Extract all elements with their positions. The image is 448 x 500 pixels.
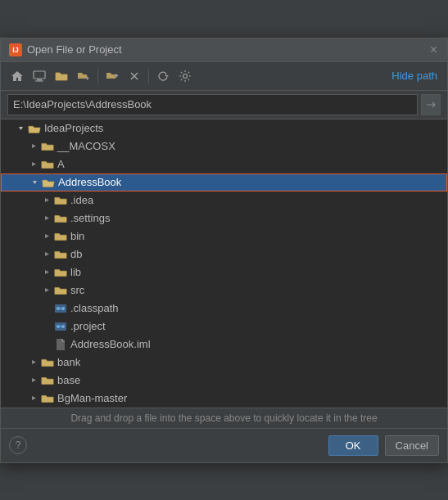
- tree-expand-arrow[interactable]: [40, 250, 53, 258]
- folder-icon: [53, 249, 68, 260]
- tree-expand-arrow[interactable]: [27, 376, 40, 384]
- svg-point-4: [183, 74, 188, 78]
- folder-icon: [41, 177, 56, 188]
- tree-item-label: BgMan-master: [57, 392, 127, 404]
- tree-item[interactable]: AddressBook: [1, 173, 447, 191]
- tree-item[interactable]: base: [1, 372, 447, 390]
- tree-item-label: .project: [70, 320, 106, 332]
- folder-icon: [27, 123, 42, 134]
- tree-item-label: IdeaProjects: [44, 122, 103, 134]
- tree-item-label: AddressBook.iml: [70, 338, 151, 350]
- bottom-bar: ? OK Cancel: [1, 428, 447, 462]
- settings-button[interactable]: [175, 66, 195, 86]
- path-bar: [1, 91, 447, 119]
- title-bar: IJ Open File or Project ×: [1, 38, 447, 62]
- folder-icon: [53, 213, 68, 224]
- tree-expand-arrow[interactable]: [40, 232, 53, 240]
- svg-rect-2: [35, 80, 43, 81]
- folder-icon: [40, 141, 55, 152]
- tree-expand-arrow[interactable]: [40, 286, 53, 294]
- tree-item-label: .classpath: [70, 302, 119, 314]
- tree-expand-arrow[interactable]: [40, 196, 53, 204]
- tree-item[interactable]: src: [1, 282, 447, 300]
- svg-text:+: +: [85, 74, 89, 82]
- toolbar-separator-2: [148, 69, 149, 83]
- title-bar-left: IJ Open File or Project: [9, 43, 122, 56]
- tree-item[interactable]: db: [1, 245, 447, 264]
- toolbar-separator: [97, 69, 98, 83]
- tree-item[interactable]: .project: [1, 318, 447, 336]
- tree-item[interactable]: lib: [1, 264, 447, 282]
- svg-point-6: [57, 307, 60, 310]
- folder-icon: [40, 357, 55, 368]
- tree-expand-arrow[interactable]: [28, 178, 41, 186]
- tree-expand-arrow[interactable]: [40, 268, 53, 276]
- ok-button[interactable]: OK: [328, 435, 378, 456]
- tree-expand-arrow[interactable]: [27, 142, 40, 150]
- tree-item-label: bank: [57, 356, 80, 368]
- folder-icon: [53, 231, 68, 242]
- tree-expand-arrow[interactable]: [27, 394, 40, 402]
- desktop-button[interactable]: [29, 66, 49, 86]
- file-icon: [53, 338, 68, 351]
- close-button[interactable]: ×: [428, 43, 439, 56]
- tree-item-label: src: [70, 284, 84, 296]
- file-tree[interactable]: IdeaProjects __MACOSX A AddressBook .ide…: [1, 119, 447, 408]
- folder-icon: [40, 375, 55, 386]
- app-icon: IJ: [9, 43, 22, 56]
- tree-expand-arrow[interactable]: [40, 214, 53, 222]
- tree-item[interactable]: .classpath: [1, 300, 447, 318]
- hide-path-button[interactable]: Hide path: [388, 68, 441, 83]
- folder-icon: [53, 195, 68, 206]
- tree-item-label: base: [57, 374, 80, 386]
- path-refresh-button[interactable]: [421, 94, 441, 115]
- tree-item-label: lib: [70, 266, 81, 278]
- tree-expand-arrow[interactable]: [27, 358, 40, 366]
- svg-point-7: [61, 307, 65, 310]
- tree-item[interactable]: AddressBook.iml: [1, 336, 447, 354]
- svg-rect-1: [37, 79, 42, 81]
- new-folder-button[interactable]: +: [74, 66, 93, 86]
- path-input[interactable]: [7, 94, 418, 115]
- refresh-button[interactable]: [153, 66, 173, 86]
- classpath-icon: [53, 321, 68, 332]
- folder-button[interactable]: [52, 66, 71, 86]
- tree-item[interactable]: A: [1, 155, 447, 173]
- dialog-title: Open File or Project: [27, 43, 122, 56]
- tree-item[interactable]: bin: [1, 227, 447, 245]
- toolbar-buttons: +: [7, 66, 195, 86]
- help-button[interactable]: ?: [9, 436, 27, 454]
- tree-item-label: __MACOSX: [57, 140, 115, 152]
- svg-point-11: [61, 325, 65, 328]
- toolbar: +: [1, 62, 447, 91]
- tree-item-label: A: [57, 158, 65, 170]
- folder-icon: [53, 285, 68, 296]
- svg-rect-0: [34, 71, 45, 79]
- svg-point-10: [57, 325, 60, 328]
- tree-item-label: bin: [70, 230, 84, 242]
- tree-item-label: .idea: [70, 194, 93, 206]
- cancel-button[interactable]: Cancel: [385, 435, 439, 456]
- tree-item-label: .settings: [70, 212, 110, 224]
- open-file-dialog: IJ Open File or Project ×: [0, 38, 448, 463]
- tree-item[interactable]: __MACOSX: [1, 137, 447, 155]
- up-folder-button[interactable]: [102, 66, 122, 86]
- tree-item-label: db: [70, 248, 82, 260]
- tree-expand-arrow[interactable]: [14, 124, 27, 132]
- tree-item[interactable]: IdeaProjects: [1, 119, 447, 137]
- tree-item[interactable]: .settings: [1, 209, 447, 227]
- tree-item[interactable]: BgMan-master: [1, 390, 447, 408]
- tree-item[interactable]: .idea: [1, 191, 447, 209]
- action-buttons: OK Cancel: [328, 435, 439, 456]
- classpath-icon: [53, 303, 68, 314]
- home-button[interactable]: [7, 66, 27, 86]
- tree-expand-arrow[interactable]: [27, 160, 40, 168]
- tree-item[interactable]: bank: [1, 354, 447, 372]
- folder-icon: [53, 267, 68, 278]
- folder-icon: [40, 393, 55, 404]
- folder-icon: [40, 159, 55, 170]
- tree-item-label: AddressBook: [58, 176, 121, 188]
- drag-hint: Drag and drop a file into the space abov…: [1, 408, 447, 428]
- delete-button[interactable]: [124, 66, 144, 86]
